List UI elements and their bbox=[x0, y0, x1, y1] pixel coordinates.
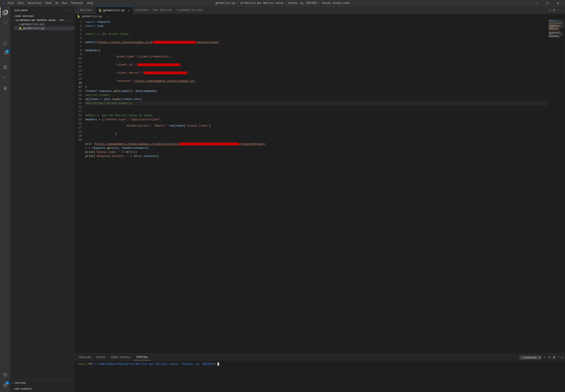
folder-header[interactable]: ▾ 13-METRICS-GET METRICS VALUE - PYT... bbox=[10, 18, 74, 22]
ln-25: 25 bbox=[76, 118, 82, 122]
tab-problems[interactable]: PROBLEMS bbox=[76, 355, 94, 360]
param-headers: headers bbox=[122, 146, 134, 150]
var-requests-post: requests bbox=[99, 89, 112, 93]
var-objtoken-access: objtoken bbox=[170, 124, 184, 128]
menu-help[interactable]: Help bbox=[85, 1, 95, 5]
activity-extensions[interactable]: 1 bbox=[0, 48, 10, 59]
terminal-selector[interactable]: 1: powershell bbox=[519, 355, 541, 360]
run-button[interactable]: ▷ bbox=[549, 8, 551, 13]
ln-13: 13 bbox=[76, 69, 82, 73]
tab-debug-console[interactable]: DEBUG CONSOLE bbox=[108, 355, 133, 360]
code-content[interactable]: import requests import json ##Part 1: Ge… bbox=[84, 19, 548, 353]
trash-terminal-button[interactable]: 🗑 bbox=[552, 355, 556, 360]
menu-run[interactable]: Run bbox=[61, 1, 69, 5]
comment-part1: ##Part 1: Get Access Token bbox=[85, 32, 129, 36]
code-line-20: ##Part 2: Get the Metrics Value by Token bbox=[85, 113, 548, 118]
breadcrumb-rest[interactable]: ... bbox=[105, 15, 110, 18]
fn-print-27: print bbox=[85, 150, 94, 154]
fn-print-28: print bbox=[85, 154, 94, 158]
redacted-client-id bbox=[137, 63, 180, 66]
npm-header[interactable]: ▷ NPM SCRIPTS bbox=[10, 387, 74, 391]
activity-settings[interactable]: 1 bbox=[0, 380, 10, 390]
activity-remote[interactable] bbox=[0, 62, 10, 72]
activity-account[interactable] bbox=[0, 370, 10, 380]
menu-view[interactable]: View bbox=[44, 1, 53, 5]
code-editor[interactable]: 1 2 3 4 5 6 7 8 9 10 11 12 13 14 15 16 1 bbox=[74, 19, 565, 353]
maximize-panel-button[interactable]: ⌃ bbox=[557, 355, 560, 360]
terminal-content[interactable]: (venv) PS C:\LBWorkSpace\MyCode\13-Metri… bbox=[74, 361, 565, 392]
outline-chevron: ▷ bbox=[13, 382, 14, 384]
new-terminal-button[interactable]: ＋ bbox=[543, 355, 547, 360]
code-line-7 bbox=[85, 44, 548, 48]
breadcrumb-separator: › bbox=[103, 15, 104, 18]
app-container: 1 1 bbox=[0, 6, 565, 392]
activity-docker[interactable] bbox=[0, 72, 10, 83]
str-resource-key: 'resource' bbox=[115, 79, 132, 83]
open-editors-label: OPEN EDITORS bbox=[15, 15, 33, 17]
terminal-ps: PS bbox=[89, 363, 94, 366]
activity-search[interactable] bbox=[0, 17, 10, 28]
code-line-6: aadurl="https://login.chinacloudapi.cn/9… bbox=[85, 40, 548, 44]
var-r-content: r bbox=[141, 154, 142, 158]
file-getmetrics-py[interactable]: 🐍 getmetrics.py bbox=[14, 26, 74, 30]
welcome-tab-icon: ✗ bbox=[77, 9, 79, 12]
menu-file[interactable]: File bbox=[6, 1, 16, 5]
var-rtoken: rtoken bbox=[85, 89, 95, 93]
open-editors-header[interactable]: ▷ OPEN EDITORS bbox=[10, 14, 74, 18]
str-url-open: "https://management.chinacloudapi.cn/sub… bbox=[94, 142, 179, 146]
code-line-19 bbox=[85, 109, 548, 113]
npm-chevron: ▷ bbox=[13, 388, 14, 390]
str-grant-type-key: 'grant_type' bbox=[115, 55, 135, 59]
code-line-16: objtoken = json.loads(rtoken.text) bbox=[85, 97, 548, 101]
tab-terminal[interactable]: TERMINAL bbox=[133, 354, 151, 360]
outline-header[interactable]: ▷ OUTLINE bbox=[10, 381, 74, 385]
more-actions-button[interactable]: ··· bbox=[557, 8, 563, 12]
code-line-3 bbox=[85, 28, 548, 32]
folder-name-label: 13-METRICS-GET METRICS VALUE - PYT... bbox=[16, 19, 68, 22]
ln-11: 11 bbox=[76, 61, 82, 65]
activity-debug[interactable] bbox=[0, 38, 10, 48]
tab-python-get-started[interactable]: ≡ Python - Get Started bbox=[133, 6, 174, 14]
terminal-path: C:\LBWorkSpace\MyCode\13-Metrics-Get Met… bbox=[94, 363, 214, 366]
panel-tabs: PROBLEMS OUTPUT DEBUG CONSOLE TERMINAL 1… bbox=[74, 354, 565, 361]
str-response-content: 'Response Content: ' bbox=[95, 154, 129, 158]
split-editor-button[interactable]: ⧉ bbox=[553, 8, 555, 12]
var-rtoken-text: rtoken bbox=[122, 97, 132, 101]
str-bearer: 'Bearer ' bbox=[154, 124, 169, 128]
tab-output[interactable]: OUTPUT bbox=[94, 355, 108, 360]
var-requests-get: requests bbox=[92, 146, 105, 150]
minimize-button[interactable]: ─ bbox=[532, 0, 541, 6]
var-url: url bbox=[85, 142, 90, 146]
code-line-26: r = requests.get(url, headers=headers) bbox=[85, 146, 548, 150]
line-numbers: 1 2 3 4 5 6 7 8 9 10 11 12 13 14 15 16 1 bbox=[74, 19, 84, 353]
menu-go[interactable]: Go bbox=[54, 1, 60, 5]
close-panel-button[interactable]: ✕ bbox=[561, 355, 563, 360]
panel: PROBLEMS OUTPUT DEBUG CONSOLE TERMINAL 1… bbox=[74, 353, 565, 392]
maximize-button[interactable]: □ bbox=[542, 0, 552, 6]
redacted-tenant-id bbox=[153, 41, 195, 44]
editor-area: ✗ Welcome 🐍 getmetrics.py ✕ ≡ Python - G… bbox=[74, 6, 565, 392]
tab-welcome[interactable]: ✗ Welcome bbox=[74, 6, 96, 14]
tab-getmetrics-close[interactable]: ✕ bbox=[127, 8, 130, 13]
split-terminal-button[interactable]: ⧉ bbox=[548, 355, 551, 360]
code-line-27: print('Status Code: ' + str(r)) bbox=[85, 150, 548, 154]
code-line-23: } bbox=[85, 130, 548, 138]
activity-explorer[interactable] bbox=[0, 7, 10, 17]
close-button[interactable]: ✕ bbox=[553, 0, 563, 6]
str-status-code: 'Status Code: ' bbox=[95, 150, 120, 154]
var-headers: headers bbox=[85, 118, 97, 122]
activity-source-control[interactable] bbox=[0, 28, 10, 38]
menu-selection[interactable]: Selection bbox=[26, 1, 43, 5]
file-getmetrics-psl[interactable]: ≡ getmetrics.psl bbox=[14, 22, 74, 26]
menu-terminal[interactable]: Terminal bbox=[69, 1, 85, 5]
sidebar-more-actions[interactable]: ··· bbox=[63, 9, 70, 13]
tab-get-started-label: Python - Get Started bbox=[138, 9, 171, 12]
breadcrumb-file[interactable]: 🐍 getmetrics.py bbox=[77, 15, 102, 18]
ln-27: 27 bbox=[76, 126, 82, 130]
activity-test[interactable] bbox=[0, 83, 10, 93]
str-content-type-key: 'content-type' bbox=[104, 118, 127, 122]
menu-edit[interactable]: Edit bbox=[16, 1, 26, 5]
psl-tab-icon: ≡ bbox=[177, 9, 178, 12]
tab-getmetrics-psl[interactable]: ≡ getmetrics.psl bbox=[174, 6, 206, 14]
tab-getmetrics-py[interactable]: 🐍 getmetrics.py ✕ bbox=[96, 6, 133, 14]
